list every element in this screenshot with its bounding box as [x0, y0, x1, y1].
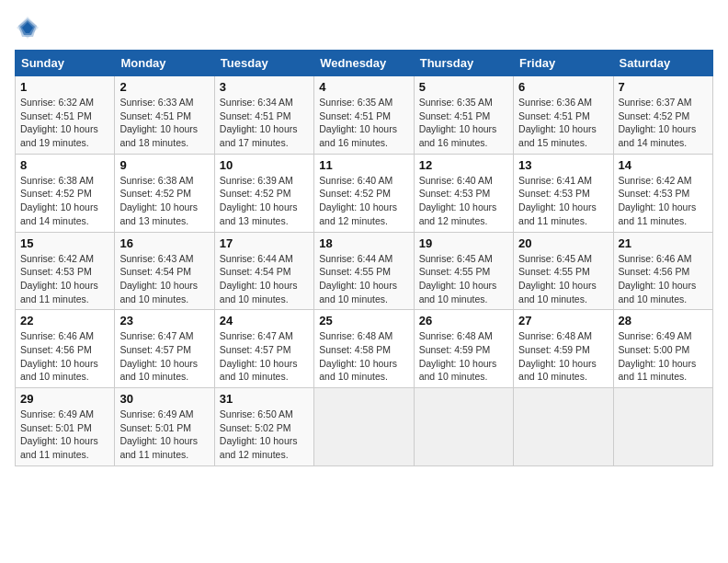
calendar-cell: 11 Sunrise: 6:40 AMSunset: 4:52 PMDaylig…	[314, 154, 414, 232]
day-info: Sunrise: 6:41 AMSunset: 4:53 PMDaylight:…	[518, 174, 608, 228]
calendar-cell: 7 Sunrise: 6:37 AMSunset: 4:52 PMDayligh…	[613, 76, 712, 155]
calendar-cell: 17 Sunrise: 6:44 AMSunset: 4:54 PMDaylig…	[214, 232, 313, 310]
calendar-week-1: 1 Sunrise: 6:32 AMSunset: 4:51 PMDayligh…	[16, 76, 713, 155]
calendar-cell: 14 Sunrise: 6:42 AMSunset: 4:53 PMDaylig…	[613, 154, 712, 232]
calendar-cell	[613, 388, 712, 466]
day-info: Sunrise: 6:42 AMSunset: 4:53 PMDaylight:…	[20, 252, 109, 306]
day-info: Sunrise: 6:49 AMSunset: 5:01 PMDaylight:…	[119, 408, 209, 462]
weekday-header-sunday: Sunday	[16, 51, 115, 76]
calendar-cell: 18 Sunrise: 6:44 AMSunset: 4:55 PMDaylig…	[314, 232, 414, 310]
day-info: Sunrise: 6:43 AMSunset: 4:54 PMDaylight:…	[119, 252, 209, 306]
day-number: 28	[619, 314, 708, 327]
day-number: 12	[419, 158, 508, 172]
day-number: 18	[319, 236, 408, 250]
calendar-cell	[314, 388, 414, 466]
day-number: 31	[220, 392, 309, 406]
day-number: 10	[220, 158, 309, 172]
day-info: Sunrise: 6:44 AMSunset: 4:54 PMDaylight:…	[220, 252, 309, 306]
calendar-cell	[414, 388, 513, 466]
day-number: 17	[220, 236, 309, 250]
calendar-cell: 19 Sunrise: 6:45 AMSunset: 4:55 PMDaylig…	[414, 232, 513, 310]
calendar-cell: 1 Sunrise: 6:32 AMSunset: 4:51 PMDayligh…	[16, 76, 115, 155]
day-number: 22	[20, 314, 109, 327]
calendar-cell: 28 Sunrise: 6:49 AMSunset: 5:00 PMDaylig…	[613, 310, 712, 388]
calendar-cell: 8 Sunrise: 6:38 AMSunset: 4:52 PMDayligh…	[16, 154, 115, 232]
day-info: Sunrise: 6:50 AMSunset: 5:02 PMDaylight:…	[220, 408, 309, 462]
day-number: 9	[119, 158, 209, 172]
calendar-cell: 24 Sunrise: 6:47 AMSunset: 4:57 PMDaylig…	[214, 310, 313, 388]
calendar-cell: 20 Sunrise: 6:45 AMSunset: 4:55 PMDaylig…	[514, 232, 613, 310]
calendar-cell: 5 Sunrise: 6:35 AMSunset: 4:51 PMDayligh…	[414, 76, 513, 155]
calendar-week-3: 15 Sunrise: 6:42 AMSunset: 4:53 PMDaylig…	[16, 232, 713, 310]
day-info: Sunrise: 6:49 AMSunset: 5:00 PMDaylight:…	[619, 329, 708, 384]
day-info: Sunrise: 6:42 AMSunset: 4:53 PMDaylight:…	[619, 174, 708, 228]
day-number: 2	[119, 80, 209, 94]
weekday-header-tuesday: Tuesday	[214, 51, 313, 76]
calendar-cell: 31 Sunrise: 6:50 AMSunset: 5:02 PMDaylig…	[214, 388, 313, 466]
day-number: 19	[419, 236, 508, 250]
day-info: Sunrise: 6:48 AMSunset: 4:58 PMDaylight:…	[319, 329, 408, 384]
day-number: 30	[119, 392, 209, 406]
calendar-cell: 30 Sunrise: 6:49 AMSunset: 5:01 PMDaylig…	[115, 388, 214, 466]
day-info: Sunrise: 6:40 AMSunset: 4:52 PMDaylight:…	[319, 174, 408, 228]
day-info: Sunrise: 6:46 AMSunset: 4:56 PMDaylight:…	[619, 252, 708, 306]
day-number: 3	[220, 80, 309, 94]
day-number: 16	[119, 236, 209, 250]
weekday-header-saturday: Saturday	[613, 51, 712, 76]
day-number: 20	[518, 236, 608, 250]
day-info: Sunrise: 6:46 AMSunset: 4:56 PMDaylight:…	[20, 329, 109, 384]
calendar-cell: 15 Sunrise: 6:42 AMSunset: 4:53 PMDaylig…	[16, 232, 115, 310]
calendar-cell: 23 Sunrise: 6:47 AMSunset: 4:57 PMDaylig…	[115, 310, 214, 388]
day-info: Sunrise: 6:35 AMSunset: 4:51 PMDaylight:…	[419, 96, 508, 150]
day-number: 25	[319, 314, 408, 327]
day-number: 15	[20, 236, 109, 250]
day-number: 27	[518, 314, 608, 327]
weekday-header-wednesday: Wednesday	[314, 51, 414, 76]
day-number: 6	[518, 80, 608, 94]
weekday-header-thursday: Thursday	[414, 51, 513, 76]
day-info: Sunrise: 6:49 AMSunset: 5:01 PMDaylight:…	[20, 408, 109, 462]
day-info: Sunrise: 6:45 AMSunset: 4:55 PMDaylight:…	[518, 252, 608, 306]
day-number: 24	[220, 314, 309, 327]
day-info: Sunrise: 6:38 AMSunset: 4:52 PMDaylight:…	[20, 174, 109, 228]
day-info: Sunrise: 6:40 AMSunset: 4:53 PMDaylight:…	[419, 174, 508, 228]
day-info: Sunrise: 6:35 AMSunset: 4:51 PMDaylight:…	[319, 96, 408, 150]
day-info: Sunrise: 6:39 AMSunset: 4:52 PMDaylight:…	[220, 174, 309, 228]
calendar-cell: 10 Sunrise: 6:39 AMSunset: 4:52 PMDaylig…	[214, 154, 313, 232]
calendar-week-4: 22 Sunrise: 6:46 AMSunset: 4:56 PMDaylig…	[16, 310, 713, 388]
day-number: 23	[119, 314, 209, 327]
calendar-week-5: 29 Sunrise: 6:49 AMSunset: 5:01 PMDaylig…	[16, 388, 713, 466]
day-info: Sunrise: 6:47 AMSunset: 4:57 PMDaylight:…	[119, 329, 209, 384]
calendar-table: SundayMondayTuesdayWednesdayThursdayFrid…	[15, 50, 713, 466]
calendar-cell: 26 Sunrise: 6:48 AMSunset: 4:59 PMDaylig…	[414, 310, 513, 388]
logo-icon	[15, 15, 40, 40]
weekday-header-friday: Friday	[514, 51, 613, 76]
calendar-cell: 21 Sunrise: 6:46 AMSunset: 4:56 PMDaylig…	[613, 232, 712, 310]
day-info: Sunrise: 6:37 AMSunset: 4:52 PMDaylight:…	[619, 96, 708, 150]
weekday-header-monday: Monday	[115, 51, 214, 76]
logo	[15, 15, 44, 40]
day-info: Sunrise: 6:47 AMSunset: 4:57 PMDaylight:…	[220, 329, 309, 384]
calendar-cell: 9 Sunrise: 6:38 AMSunset: 4:52 PMDayligh…	[115, 154, 214, 232]
day-number: 11	[319, 158, 408, 172]
day-number: 5	[419, 80, 508, 94]
day-info: Sunrise: 6:38 AMSunset: 4:52 PMDaylight:…	[119, 174, 209, 228]
day-info: Sunrise: 6:34 AMSunset: 4:51 PMDaylight:…	[220, 96, 309, 150]
day-info: Sunrise: 6:33 AMSunset: 4:51 PMDaylight:…	[119, 96, 209, 150]
day-number: 26	[419, 314, 508, 327]
day-number: 7	[619, 80, 708, 94]
day-number: 1	[20, 80, 109, 94]
day-number: 13	[518, 158, 608, 172]
calendar-cell: 6 Sunrise: 6:36 AMSunset: 4:51 PMDayligh…	[514, 76, 613, 155]
day-number: 14	[619, 158, 708, 172]
calendar-cell: 2 Sunrise: 6:33 AMSunset: 4:51 PMDayligh…	[115, 76, 214, 155]
calendar-week-2: 8 Sunrise: 6:38 AMSunset: 4:52 PMDayligh…	[16, 154, 713, 232]
calendar-cell: 12 Sunrise: 6:40 AMSunset: 4:53 PMDaylig…	[414, 154, 513, 232]
day-info: Sunrise: 6:32 AMSunset: 4:51 PMDaylight:…	[20, 96, 109, 150]
calendar-cell: 22 Sunrise: 6:46 AMSunset: 4:56 PMDaylig…	[16, 310, 115, 388]
day-number: 8	[20, 158, 109, 172]
calendar-cell: 16 Sunrise: 6:43 AMSunset: 4:54 PMDaylig…	[115, 232, 214, 310]
calendar-cell: 25 Sunrise: 6:48 AMSunset: 4:58 PMDaylig…	[314, 310, 414, 388]
day-info: Sunrise: 6:36 AMSunset: 4:51 PMDaylight:…	[518, 96, 608, 150]
day-info: Sunrise: 6:48 AMSunset: 4:59 PMDaylight:…	[518, 329, 608, 384]
